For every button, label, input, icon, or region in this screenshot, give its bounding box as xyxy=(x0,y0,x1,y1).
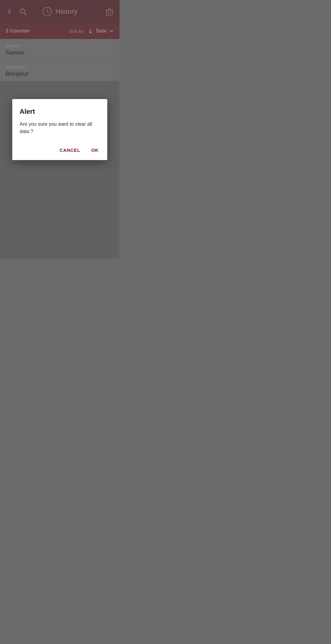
modal-overlay: Alert Are you sure you want to clear all… xyxy=(0,0,120,259)
alert-dialog: Alert Are you sure you want to clear all… xyxy=(12,99,107,160)
dialog-message: Are you sure you want to clear all data … xyxy=(20,121,100,135)
dialog-title: Alert xyxy=(20,108,100,116)
dialog-actions: CANCEL OK xyxy=(20,145,100,155)
ok-button[interactable]: OK xyxy=(90,145,100,155)
cancel-button[interactable]: CANCEL xyxy=(59,145,82,155)
